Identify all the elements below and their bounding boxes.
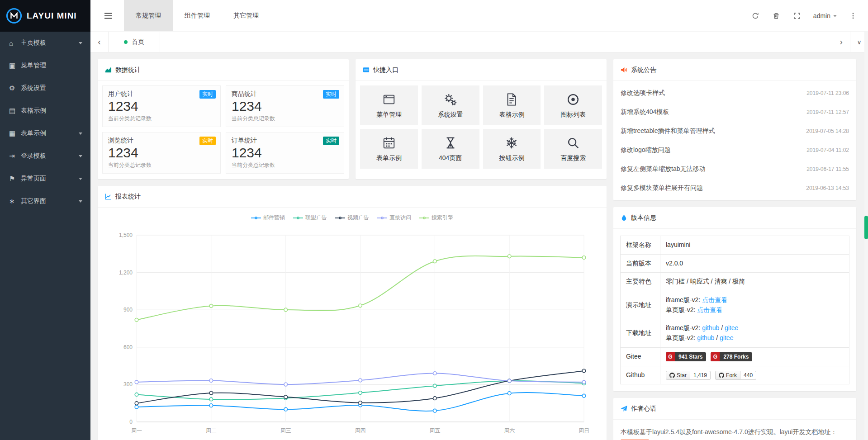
refresh-button[interactable]: [745, 0, 766, 31]
quick-entry-8[interactable]: 百度搜索: [544, 129, 602, 169]
sidebar-item-label: 表格示例: [21, 107, 46, 115]
github-badge[interactable]: Star1,419: [666, 371, 711, 380]
more-button[interactable]: [843, 0, 863, 31]
chevron-down-icon: [79, 200, 82, 204]
sidebar-item-2[interactable]: ▣菜单管理: [0, 54, 90, 77]
announcement-text: 修改logo缩放问题: [621, 146, 670, 154]
version-row-value: v2.0.0: [660, 254, 849, 273]
version-row-label: 主要特色: [621, 273, 660, 291]
sidebar-item-7[interactable]: ⚑异常页面: [0, 167, 90, 190]
logo[interactable]: LAYUI MINI: [0, 0, 90, 32]
quick-entry-5[interactable]: 表单示例: [360, 129, 418, 169]
quick-entry-7[interactable]: 按钮示例: [483, 129, 541, 169]
calendar-icon: [382, 136, 396, 150]
svg-text:300: 300: [123, 381, 133, 388]
version-link[interactable]: gitee: [720, 334, 733, 341]
sidebar-item-8[interactable]: ∗其它界面: [0, 190, 90, 213]
header-tab-2[interactable]: 组件管理: [173, 0, 222, 31]
home-icon: ⌂: [9, 39, 21, 47]
version-link[interactable]: 点击查看: [697, 306, 722, 313]
card-quick-entry: 快捷入口 菜单管理系统设置表格示例图标列表表单示例404页面按钮示例百度搜索: [356, 59, 607, 179]
asterisk-icon: ∗: [9, 197, 21, 205]
bullseye-icon: [566, 92, 580, 107]
card-title: 系统公告: [631, 66, 656, 74]
hamburger-icon: [104, 12, 112, 19]
tab-prev-button[interactable]: ‹: [90, 32, 109, 52]
sidebar-item-label: 系统设置: [21, 84, 46, 92]
sidebar-item-6[interactable]: ⇥登录模板: [0, 145, 90, 167]
quick-entry-label: 系统设置: [438, 111, 463, 119]
app-title: LAYUI MINI: [27, 11, 77, 21]
version-row: 演示地址iframe版-v2: 点击查看单页版-v2: 点击查看: [621, 291, 849, 319]
gears-icon: [444, 92, 457, 107]
user-dropdown[interactable]: admin: [807, 0, 843, 31]
sidebar-item-5[interactable]: ▦表单示例: [0, 122, 90, 145]
quick-entry-1[interactable]: 菜单管理: [360, 85, 418, 125]
paper-plane-icon: [621, 405, 627, 412]
quick-entry-2[interactable]: 系统设置: [422, 85, 479, 125]
gear-icon: ⚙: [9, 84, 21, 92]
legend-item-4[interactable]: 直接访问: [377, 214, 411, 222]
chevron-left-icon: ‹: [98, 37, 101, 47]
version-row-value: iframe版-v2: github / gitee单页版-v2: github…: [660, 319, 849, 347]
announcement-item-5[interactable]: 修复左侧菜单缩放tab无法移动2019-06-17 11:55: [613, 160, 856, 179]
legend-item-2[interactable]: 联盟广告: [293, 214, 327, 222]
tab-next-button[interactable]: ›: [832, 32, 850, 52]
announcement-time: 2019-07-04 11:02: [806, 147, 849, 153]
version-row-label: 演示地址: [621, 291, 660, 319]
sidebar-item-4[interactable]: ▤表格示例: [0, 99, 90, 122]
announcement-text: 新增系统404模板: [621, 108, 669, 116]
legend-item-5[interactable]: 搜索引擎: [419, 214, 453, 222]
gitee-badge[interactable]: G941 Stars: [666, 352, 706, 361]
sidebar-item-3[interactable]: ⚙系统设置: [0, 77, 90, 99]
tab-home[interactable]: 首页: [109, 32, 160, 52]
quick-entry-4[interactable]: 图标列表: [544, 85, 602, 125]
announcement-item-3[interactable]: 新增treetable插件和菜单管理样式2019-07-05 14:28: [613, 122, 856, 141]
form-icon: ▦: [9, 129, 21, 137]
announcement-text: 修复左侧菜单缩放tab无法移动: [621, 165, 705, 173]
legend-item-3[interactable]: 视频广告: [335, 214, 369, 222]
version-link[interactable]: 点击查看: [702, 296, 727, 303]
quick-entry-3[interactable]: 表格示例: [483, 85, 541, 125]
horn-icon: [621, 66, 627, 73]
svg-text:1,200: 1,200: [119, 270, 133, 276]
more-vertical-icon: [849, 12, 857, 19]
gitee-badge[interactable]: G278 Forks: [711, 352, 752, 361]
card-data-stats: 数据统计 用户统计1234当前分类总记录数实时商品统计1234当前分类总记录数实…: [98, 59, 349, 179]
version-row-value: layuimini: [660, 236, 849, 255]
announcement-item-4[interactable]: 修改logo缩放问题2019-07-04 11:02: [613, 141, 856, 160]
table-icon: ▤: [9, 107, 21, 115]
sidebar-item-1[interactable]: ⌂主页模板: [0, 32, 90, 54]
card-title: 数据统计: [115, 66, 141, 74]
svg-text:周六: 周六: [504, 427, 515, 434]
stat-value: 1234: [232, 99, 338, 114]
fullscreen-button[interactable]: [787, 0, 807, 31]
announcement-item-2[interactable]: 新增系统404模板2019-07-11 12:57: [613, 103, 856, 122]
legend-marker-icon: [335, 218, 345, 218]
version-link[interactable]: github: [697, 334, 714, 341]
left-column: 数据统计 用户统计1234当前分类总记录数实时商品统计1234当前分类总记录数实…: [98, 59, 607, 440]
scrollbar-thumb[interactable]: [864, 216, 868, 239]
github-badge[interactable]: Fork440: [715, 371, 756, 380]
stat-box-4: 订单统计1234当前分类总记录数实时: [226, 132, 344, 174]
app-root: LAYUI MINI ⌂主页模板▣菜单管理⚙系统设置▤表格示例▦表单示例⇥登录模…: [0, 0, 868, 440]
version-link[interactable]: github: [702, 324, 719, 331]
header-tab-3[interactable]: 其它管理: [222, 0, 270, 31]
quick-grid: 菜单管理系统设置表格示例图标列表表单示例404页面按钮示例百度搜索: [356, 81, 607, 173]
page-scrollbar[interactable]: [864, 32, 868, 440]
clear-cache-button[interactable]: [766, 0, 787, 31]
svg-text:周一: 周一: [131, 427, 142, 434]
announcement-item-1[interactable]: 修改选项卡样式2019-07-11 23:06: [613, 84, 856, 103]
version-row-value: 零门槛 / 响应式 / 清爽 / 极简: [660, 273, 849, 291]
header-tab-1[interactable]: 常规管理: [124, 0, 173, 31]
legend-item-1[interactable]: 邮件营销: [251, 214, 285, 222]
version-row: GithubStar1,419Fork440: [621, 366, 849, 384]
quick-entry-6[interactable]: 404页面: [422, 129, 479, 169]
topbar: 常规管理组件管理其它管理 ad: [90, 0, 868, 32]
refresh-icon: [752, 12, 759, 19]
card-header: 系统公告: [613, 59, 856, 81]
announcement-item-6[interactable]: 修复多模块菜单栏展开有问题2019-06-13 14:53: [613, 179, 856, 198]
version-link[interactable]: gitee: [725, 324, 738, 331]
announcement-text: 修复多模块菜单栏展开有问题: [621, 184, 703, 192]
collapse-sidebar-button[interactable]: [90, 0, 124, 31]
